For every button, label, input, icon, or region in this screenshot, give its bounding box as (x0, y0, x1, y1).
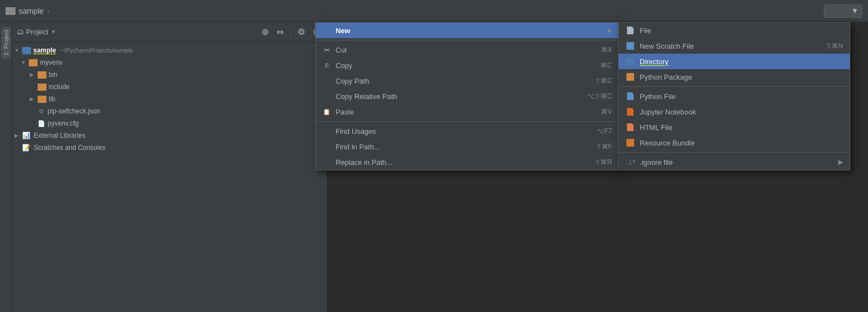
ctx-item-cut[interactable]: ✂ Cut ⌘X (316, 42, 619, 58)
tree-item-pyvenv[interactable]: 📄 pyvenv.cfg (12, 117, 327, 129)
scratches-icon: 📝 (22, 144, 30, 152)
html-shape (627, 123, 634, 131)
sub-icon-file (625, 27, 635, 34)
tree-arrow-sample (14, 48, 20, 53)
sub-divider-2 (619, 152, 850, 153)
ctx-item-copy[interactable]: ⎘ Copy ⌘C (316, 58, 619, 73)
ctx-item-paste[interactable]: 📋 Paste ⌘V (316, 104, 619, 119)
item-label-scratches: Scratches and Consoles (34, 144, 106, 152)
sub-label-file: File (640, 27, 839, 35)
title-bar-left: sample › (6, 7, 49, 15)
sub-label-python-pkg: Python Package (640, 73, 839, 81)
folder-icon-include (38, 84, 46, 91)
sub-item-file[interactable]: File (619, 23, 850, 38)
project-label[interactable]: 🗂 Project ▼ (17, 28, 56, 36)
ctx-shortcut-copy: ⌘C (600, 61, 612, 69)
item-label-pyvenv: pyvenv.cfg (48, 119, 79, 127)
sub-icon-html (625, 123, 635, 131)
sub-icon-resource (625, 139, 635, 147)
sub-item-directory[interactable]: Directory (619, 54, 850, 69)
sub-item-python-file[interactable]: Python File (619, 89, 850, 104)
sub-item-jupyter[interactable]: Jupyter Notebook (619, 104, 850, 119)
sub-icon-jupyter (625, 108, 635, 116)
sub-item-new-scratch[interactable]: New Scratch File ⇧⌘N (619, 38, 850, 54)
tree-arrow-bin (30, 72, 35, 77)
scratch-shape (626, 42, 634, 50)
sub-item-python-package[interactable]: Python Package (619, 69, 850, 85)
submenu-new: File New Scratch File ⇧⌘N Directory Pyth… (618, 22, 850, 170)
tree-item-myvenv[interactable]: myvenv (12, 56, 327, 69)
dropdown-arrow-icon: ▼ (851, 7, 859, 15)
folder-icon-lib (38, 96, 46, 103)
folder-icon-myvenv (29, 59, 38, 66)
project-tree: sample ~/PycharmProjects/sample myvenv b… (12, 42, 327, 312)
ctx-item-copy-path[interactable]: Copy Path ⇧⌘C (316, 73, 619, 89)
ctx-icon-paste: 📋 (322, 108, 331, 116)
file-icon-pip: ⚙ (38, 107, 45, 115)
folder-icon-sample (22, 47, 31, 54)
project-icon: 🗂 (17, 28, 24, 36)
ctx-divider-1 (316, 40, 619, 40)
sub-item-html[interactable]: HTML File (619, 119, 850, 135)
ctx-item-new[interactable]: New ▶ (316, 23, 619, 38)
ctx-label-paste: Paste (336, 108, 597, 116)
jupyter-shape (627, 108, 634, 116)
ctx-label-find-usages: Find Usages (336, 127, 592, 136)
sub-shortcut-scratch: ⇧⌘N (826, 42, 843, 50)
item-label-bin: bin (49, 71, 57, 79)
ctx-shortcut-replace-in-path: ⇧⌘R (595, 158, 612, 166)
tree-item-include[interactable]: include (12, 81, 327, 93)
tree-arrow-lib (30, 96, 35, 102)
tree-item-scratches[interactable]: 📝 Scratches and Consoles (12, 142, 327, 154)
toolbar-settings-button[interactable]: ⚙ (295, 25, 307, 38)
ctx-item-copy-relative-path[interactable]: Copy Relative Path ⌥⇧⌘C (316, 89, 619, 104)
sub-label-scratch: New Scratch File (640, 42, 822, 50)
title-text: sample (19, 7, 44, 15)
item-label-include: include (49, 83, 70, 91)
ctx-shortcut-copy-path: ⇧⌘C (595, 77, 612, 85)
ctx-divider-2 (316, 121, 619, 122)
ctx-item-find-in-path[interactable]: Find in Path... ⇧⌘F (316, 139, 619, 154)
title-folder-icon (6, 7, 15, 15)
ctx-label-copy: Copy (336, 61, 596, 70)
project-toolbar: 🗂 Project ▼ ⊕ ⇔ ⚙ ⊟ (12, 22, 327, 42)
tree-item-external[interactable]: 📊 External Libraries (12, 129, 327, 142)
folder-icon-bin (38, 71, 46, 79)
project-label-text: Project (26, 28, 48, 36)
tree-item-sample[interactable]: sample ~/PycharmProjects/sample (12, 44, 327, 56)
python-file-shape (627, 92, 634, 100)
panel-dropdown-arrow: ▼ (50, 29, 56, 35)
sub-icon-ignore: .i* (625, 158, 635, 166)
sub-label-directory: Directory (640, 58, 839, 66)
sub-icon-python-file (625, 92, 635, 100)
ctx-label-copy-relative: Copy Relative Path (336, 92, 583, 101)
toolbar-divider (290, 28, 291, 37)
toolbar-add-button[interactable]: ⊕ (259, 25, 271, 38)
tree-item-bin[interactable]: bin (12, 69, 327, 81)
sub-label-python-file: Python File (640, 92, 839, 101)
tree-arrow-myvenv (21, 60, 27, 65)
title-dropdown-button[interactable]: ▼ (824, 4, 862, 18)
item-label-sample: sample (33, 46, 56, 54)
sub-label-html: HTML File (640, 123, 839, 132)
tree-item-lib[interactable]: lib (12, 93, 327, 105)
sub-item-resource[interactable]: Resource Bundle (619, 135, 850, 150)
file-icon-pyvenv: 📄 (38, 119, 45, 127)
python-pkg-shape (626, 73, 634, 81)
item-label-external: External Libraries (34, 132, 85, 139)
toolbar-layout-button[interactable]: ⇔ (274, 25, 286, 38)
ctx-shortcut-cut: ⌘X (601, 46, 612, 54)
project-tab[interactable]: 1: Project (1, 27, 11, 59)
ctx-shortcut-find-usages: ⌥F7 (597, 127, 612, 135)
tree-item-pip-selfcheck[interactable]: ⚙ pip-selfcheck.json (12, 105, 327, 117)
ctx-item-replace-in-path[interactable]: Replace in Path... ⇧⌘R (316, 154, 619, 170)
item-label-myvenv: myvenv (40, 59, 62, 66)
ctx-label-find-in-path: Find in Path... (336, 143, 592, 151)
sub-icon-python-pkg (625, 73, 635, 81)
sub-item-ignore[interactable]: .i* .ignore file ▶ (619, 154, 850, 170)
sub-shortcut-ignore: ▶ (838, 158, 843, 166)
ctx-label-copy-path: Copy Path (336, 77, 590, 85)
ctx-item-find-usages[interactable]: Find Usages ⌥F7 (316, 123, 619, 139)
ctx-shortcut-paste: ⌘V (601, 108, 612, 116)
item-label-pip: pip-selfcheck.json (48, 107, 100, 115)
